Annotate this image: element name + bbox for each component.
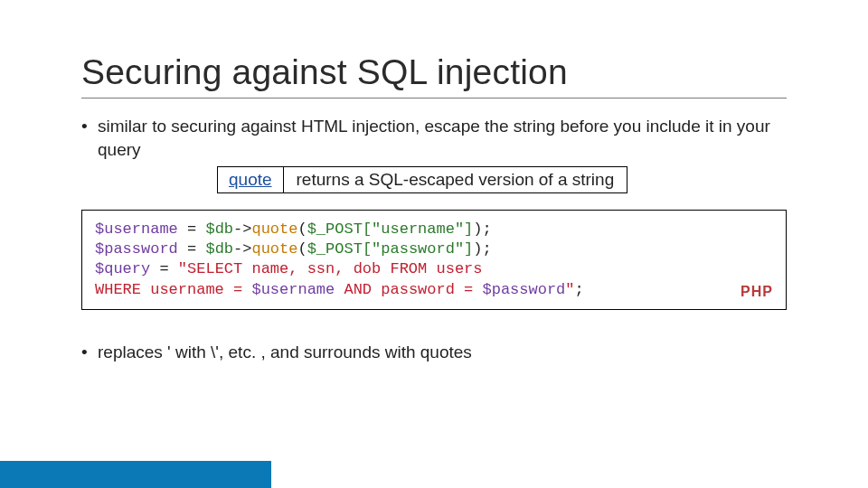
code-token: = [178, 240, 206, 258]
fn-desc: returns a SQL-escaped version of a strin… [297, 170, 615, 189]
code-token: $db [205, 221, 233, 238]
code-token: = [178, 221, 206, 238]
code-token: WHERE username = [95, 281, 251, 298]
bullet-item: • replaces ' with \', etc. , and surroun… [81, 341, 787, 364]
code-token: -> [233, 240, 251, 258]
fn-desc-cell: returns a SQL-escaped version of a strin… [283, 167, 627, 193]
code-token: $username [251, 281, 335, 298]
bullet-text: replaces ' with \', etc. , and surrounds… [98, 341, 787, 364]
function-table: quote returns a SQL-escaped version of a… [217, 166, 627, 193]
code-token: ); [473, 221, 491, 238]
code-block: $username = $db->quote($_POST["username"… [81, 210, 787, 309]
code-token: ( [297, 221, 307, 238]
slide-title: Securing against SQL injection [81, 52, 787, 99]
bullet-item: • similar to securing against HTML injec… [81, 115, 787, 161]
code-token: $query [95, 260, 150, 277]
footer-accent-bar [0, 461, 271, 488]
code-token: quote [251, 240, 297, 258]
code-token: quote [251, 221, 297, 238]
code-token: $db [205, 240, 233, 258]
code-token: ["password"] [363, 240, 473, 258]
code-token: AND password = [335, 281, 482, 298]
code-token: = [150, 260, 178, 277]
code-token: ); [473, 240, 491, 258]
code-token: $password [95, 240, 178, 258]
code-token: $username [95, 221, 178, 238]
code-token: $_POST [307, 240, 363, 258]
bullet-dot: • [81, 115, 98, 161]
language-tag: PHP [741, 283, 773, 302]
code-token: "SELECT name, ssn, dob FROM users [178, 260, 483, 277]
code-token: ; [575, 281, 584, 298]
fn-name-cell[interactable]: quote [218, 167, 284, 193]
code-token: $_POST [307, 221, 363, 238]
bullet-dot: • [81, 341, 98, 364]
code-token: " [565, 281, 574, 298]
slide: Securing against SQL injection • similar… [0, 0, 868, 488]
code-token: ["username"] [363, 221, 473, 238]
bullet-list-2: • replaces ' with \', etc. , and surroun… [81, 341, 787, 364]
table-row: quote returns a SQL-escaped version of a… [218, 167, 627, 193]
bullet-list-1: • similar to securing against HTML injec… [81, 115, 787, 161]
code-token: -> [233, 221, 251, 238]
bullet-text: similar to securing against HTML injecti… [98, 115, 787, 161]
fn-name: quote [229, 170, 272, 189]
code-token: $password [483, 281, 566, 298]
code-token: ( [297, 240, 307, 258]
